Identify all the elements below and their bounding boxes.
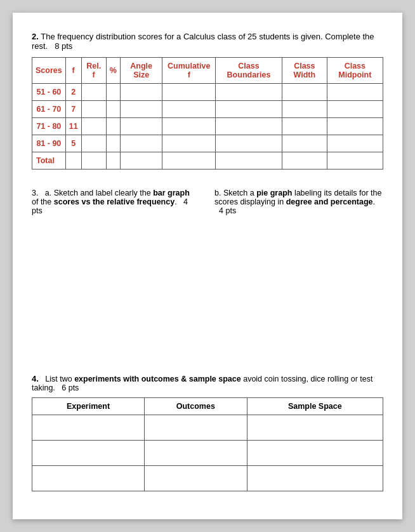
width-71-80 xyxy=(282,118,327,135)
outcomes-cell-2 xyxy=(145,441,247,466)
relf-51-60 xyxy=(81,84,106,101)
exp-cell-3 xyxy=(32,466,145,491)
total-angle xyxy=(120,152,162,170)
question3-container: 3. a. Sketch and label clearly the bar g… xyxy=(32,189,383,215)
page: 2. The frequency distribution scores for… xyxy=(13,13,402,519)
experiment-table: Experiment Outcomes Sample Space xyxy=(32,397,383,491)
question3-part-a: 3. a. Sketch and label clearly the bar g… xyxy=(32,189,201,215)
width-51-60 xyxy=(282,84,327,101)
score-61-70: 61 - 70 xyxy=(32,101,66,118)
q3-part-a-text: 3. a. Sketch and label clearly the bar g… xyxy=(32,189,201,215)
table-row xyxy=(32,441,383,466)
total-cumf xyxy=(162,152,216,170)
bound-61-70 xyxy=(216,101,282,118)
width-81-90 xyxy=(282,135,327,152)
cumf-51-60 xyxy=(162,84,216,101)
angle-51-60 xyxy=(120,84,162,101)
pct-81-90 xyxy=(106,135,120,152)
table-row: 81 - 90 5 xyxy=(32,135,383,152)
col-f: f xyxy=(65,58,81,84)
exp-cell-2 xyxy=(32,441,145,466)
total-pct xyxy=(106,152,120,170)
col-relf: Rel. f xyxy=(81,58,106,84)
sample-cell-2 xyxy=(247,441,383,466)
col-experiment: Experiment xyxy=(32,398,145,415)
cumf-81-90 xyxy=(162,135,216,152)
col-width: Class Width xyxy=(282,58,327,84)
sample-cell-3 xyxy=(247,466,383,491)
pct-61-70 xyxy=(106,101,120,118)
outcomes-cell-3 xyxy=(145,466,247,491)
q3-part-b-text: b. Sketch a pie graph labeling its detai… xyxy=(214,189,383,215)
relf-71-80 xyxy=(81,118,106,135)
table-row xyxy=(32,466,383,491)
frequency-table: Scores f Rel. f % Angle Size Cumulative … xyxy=(32,57,383,170)
width-61-70 xyxy=(282,101,327,118)
question3-part-b: b. Sketch a pie graph labeling its detai… xyxy=(214,189,383,215)
f-61-70: 7 xyxy=(65,101,81,118)
question4-section: 4. List two experiments with outcomes & … xyxy=(32,374,383,491)
mid-51-60 xyxy=(327,84,383,101)
sketch-area-q3 xyxy=(32,222,383,355)
angle-61-70 xyxy=(120,101,162,118)
cumf-71-80 xyxy=(162,118,216,135)
pct-51-60 xyxy=(106,84,120,101)
total-bound xyxy=(216,152,282,170)
mid-61-70 xyxy=(327,101,383,118)
total-width xyxy=(282,152,327,170)
total-mid xyxy=(327,152,383,170)
mid-71-80 xyxy=(327,118,383,135)
table-row-total: Total xyxy=(32,152,383,170)
table-row: 51 - 60 2 xyxy=(32,84,383,101)
exp-cell-1 xyxy=(32,415,145,441)
col-scores: Scores xyxy=(32,58,66,84)
f-51-60: 2 xyxy=(65,84,81,101)
question2-text: 2. The frequency distribution scores for… xyxy=(32,32,383,51)
question4-text: 4. List two experiments with outcomes & … xyxy=(32,374,383,392)
f-81-90: 5 xyxy=(65,135,81,152)
bound-71-80 xyxy=(216,118,282,135)
score-51-60: 51 - 60 xyxy=(32,84,66,101)
sample-cell-1 xyxy=(247,415,383,441)
relf-61-70 xyxy=(81,101,106,118)
angle-81-90 xyxy=(120,135,162,152)
total-relf xyxy=(81,152,106,170)
col-midpoint: Class Midpoint xyxy=(327,58,383,84)
total-label: Total xyxy=(32,152,66,170)
col-cumf: Cumulative f xyxy=(162,58,216,84)
total-f xyxy=(65,152,81,170)
relf-81-90 xyxy=(81,135,106,152)
score-71-80: 71 - 80 xyxy=(32,118,66,135)
table-row xyxy=(32,415,383,441)
col-boundaries: Class Boundaries xyxy=(216,58,282,84)
table-row: 61 - 70 7 xyxy=(32,101,383,118)
angle-71-80 xyxy=(120,118,162,135)
col-angle: Angle Size xyxy=(120,58,162,84)
pct-71-80 xyxy=(106,118,120,135)
cumf-61-70 xyxy=(162,101,216,118)
table-row: 71 - 80 11 xyxy=(32,118,383,135)
col-sample-space: Sample Space xyxy=(247,398,383,415)
col-outcomes: Outcomes xyxy=(145,398,247,415)
f-71-80: 11 xyxy=(65,118,81,135)
col-pct: % xyxy=(106,58,120,84)
bound-51-60 xyxy=(216,84,282,101)
score-81-90: 81 - 90 xyxy=(32,135,66,152)
bound-81-90 xyxy=(216,135,282,152)
mid-81-90 xyxy=(327,135,383,152)
outcomes-cell-1 xyxy=(145,415,247,441)
